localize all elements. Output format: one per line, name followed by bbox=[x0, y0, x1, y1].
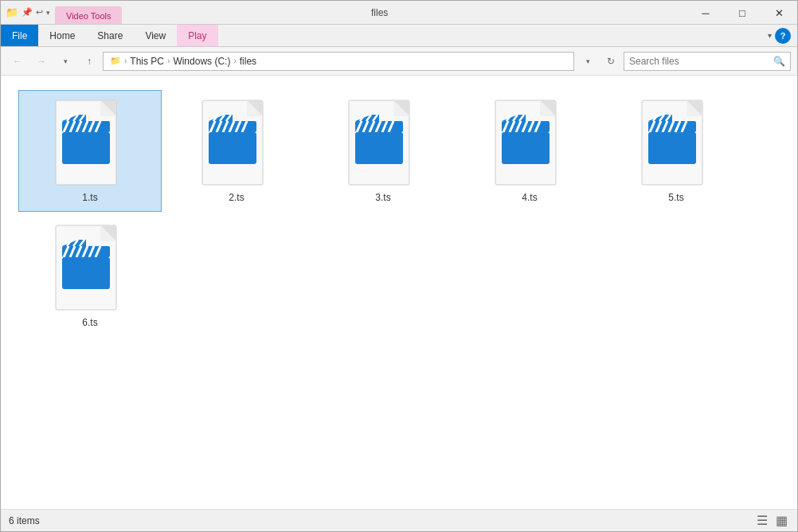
file-name: 2.ts bbox=[229, 192, 244, 203]
file-item[interactable]: 6.ts bbox=[18, 215, 162, 337]
file-item[interactable]: 1.ts bbox=[18, 90, 162, 212]
svg-rect-29 bbox=[209, 132, 256, 164]
window-controls: ─ □ ✕ bbox=[687, 1, 797, 24]
file-icon bbox=[347, 99, 419, 189]
help-button[interactable]: ? bbox=[775, 28, 791, 44]
file-name: 3.ts bbox=[375, 192, 390, 203]
search-box[interactable]: 🔍 bbox=[624, 52, 791, 71]
file-grid-container: 1.ts bbox=[1, 76, 797, 512]
svg-rect-59 bbox=[502, 132, 550, 164]
folder-segment[interactable]: files bbox=[240, 56, 256, 67]
title-bar: 📁 📌 ↩ ▾ Video Tools files ─ □ ✕ bbox=[1, 1, 797, 25]
svg-rect-74 bbox=[648, 132, 696, 164]
file-name: 1.ts bbox=[82, 192, 97, 203]
window-title: files bbox=[363, 1, 687, 24]
file-name: 6.ts bbox=[82, 317, 97, 328]
address-dropdown-button[interactable]: ▾ bbox=[577, 52, 598, 71]
this-pc-segment[interactable]: This PC bbox=[130, 56, 164, 67]
refresh-button[interactable]: ↻ bbox=[601, 52, 620, 71]
file-icon bbox=[494, 99, 565, 189]
dropdown-icon[interactable]: ▾ bbox=[46, 9, 50, 17]
ribbon-expand-icon[interactable]: ▾ bbox=[765, 31, 775, 40]
file-name: 4.ts bbox=[522, 192, 537, 203]
recent-locations-button[interactable]: ▾ bbox=[55, 52, 76, 71]
file-item[interactable]: 3.ts bbox=[311, 90, 455, 212]
ribbon-tab-share[interactable]: Share bbox=[86, 25, 134, 46]
file-item[interactable]: 4.ts bbox=[458, 90, 601, 212]
list-view-button[interactable]: ☰ bbox=[754, 513, 770, 529]
svg-rect-89 bbox=[62, 257, 110, 289]
windows-c-segment[interactable]: Windows (C:) bbox=[173, 56, 230, 67]
file-icon bbox=[201, 99, 272, 189]
ribbon-tab-view[interactable]: View bbox=[134, 25, 177, 46]
close-button[interactable]: ✕ bbox=[761, 1, 797, 25]
svg-rect-14 bbox=[62, 132, 110, 164]
undo-icon[interactable]: ↩ bbox=[36, 7, 43, 18]
file-item[interactable]: 5.ts bbox=[604, 90, 748, 212]
search-icon: 🔍 bbox=[773, 56, 785, 67]
title-bar-tabs: Video Tools bbox=[55, 1, 363, 24]
back-button[interactable]: ← bbox=[7, 52, 28, 71]
file-icon bbox=[54, 99, 126, 189]
file-icon bbox=[54, 224, 126, 314]
up-button[interactable]: ↑ bbox=[79, 52, 100, 71]
status-bar: 6 items ☰ ▦ bbox=[1, 509, 797, 531]
search-input[interactable] bbox=[629, 56, 770, 67]
svg-rect-44 bbox=[355, 132, 403, 164]
file-icon bbox=[640, 99, 712, 189]
ribbon: File Home Share View Play ▾ ? bbox=[1, 25, 797, 47]
ribbon-tab-home[interactable]: Home bbox=[38, 25, 86, 46]
ribbon-right-controls: ▾ ? bbox=[765, 25, 797, 46]
file-item[interactable]: 2.ts bbox=[165, 90, 308, 212]
ribbon-tab-file[interactable]: File bbox=[1, 25, 38, 46]
grid-view-button[interactable]: ▦ bbox=[773, 513, 789, 529]
address-path[interactable]: 📁 › This PC › Windows (C:) › files bbox=[103, 52, 574, 71]
quick-access-pin[interactable]: 📌 bbox=[22, 7, 33, 18]
address-bar: ← → ▾ ↑ 📁 › This PC › Windows (C:) › fil… bbox=[1, 47, 797, 76]
view-controls: ☰ ▦ bbox=[754, 513, 789, 529]
title-bar-left: 📁 📌 ↩ ▾ bbox=[1, 1, 55, 24]
forward-button[interactable]: → bbox=[31, 52, 52, 71]
folder-icon: 📁 bbox=[6, 6, 18, 18]
folder-icon-small: 📁 bbox=[110, 56, 121, 66]
maximize-button[interactable]: □ bbox=[724, 1, 761, 25]
ribbon-tab-play[interactable]: Play bbox=[177, 25, 217, 46]
video-tools-tab[interactable]: Video Tools bbox=[55, 6, 122, 24]
item-count: 6 items bbox=[9, 515, 40, 526]
file-grid: 1.ts bbox=[17, 88, 781, 338]
minimize-button[interactable]: ─ bbox=[687, 1, 724, 25]
video-tools-label: Video Tools bbox=[66, 11, 111, 21]
file-name: 5.ts bbox=[668, 192, 683, 203]
